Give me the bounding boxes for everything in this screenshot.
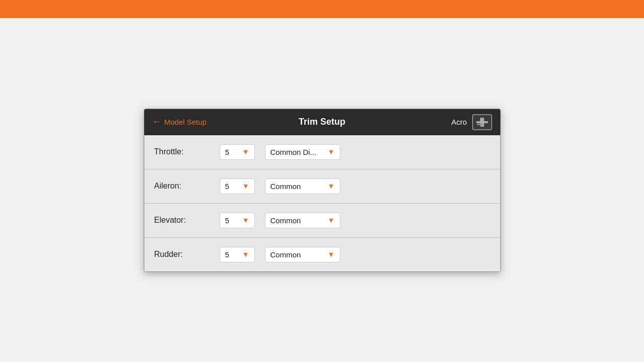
elevator-common-value: Common — [270, 216, 301, 225]
rudder-row: Rudder: 5 ▼ Common ▼ — [144, 238, 500, 272]
rudder-common-value: Common — [270, 250, 301, 259]
elevator-row: Elevator: 5 ▼ Common ▼ — [144, 204, 500, 238]
throttle-common-dropdown[interactable]: Common Di... ▼ — [265, 144, 340, 160]
rudder-num-dropdown[interactable]: 5 ▼ — [220, 247, 255, 262]
dialog-body: Throttle: 5 ▼ Common Di... ▼ Aileron: 5 … — [144, 135, 500, 272]
aileron-row: Aileron: 5 ▼ Common ▼ — [144, 169, 500, 204]
aileron-common-value: Common — [270, 182, 301, 191]
throttle-common-value: Common Di... — [270, 148, 317, 156]
rudder-common-dropdown[interactable]: Common ▼ — [265, 247, 340, 262]
elevator-num-arrow-icon: ▼ — [242, 216, 249, 224]
dialog-title: Trim Setup — [299, 117, 345, 127]
model-icon — [472, 114, 492, 130]
throttle-row: Throttle: 5 ▼ Common Di... ▼ — [144, 135, 500, 169]
svg-rect-1 — [480, 118, 484, 127]
throttle-num-value: 5 — [225, 148, 229, 156]
elevator-common-dropdown[interactable]: Common ▼ — [265, 213, 340, 228]
elevator-num-value: 5 — [225, 216, 229, 225]
dialog-header: ← Model Setup Trim Setup Acro — [144, 109, 500, 135]
elevator-label: Elevator: — [154, 216, 220, 225]
throttle-num-dropdown[interactable]: 5 ▼ — [220, 144, 255, 160]
aileron-common-arrow-icon: ▼ — [328, 182, 335, 190]
dialog: ← Model Setup Trim Setup Acro T — [144, 109, 501, 272]
rudder-common-arrow-icon: ▼ — [328, 250, 335, 258]
rudder-label: Rudder: — [154, 250, 220, 259]
throttle-num-arrow-icon: ▼ — [242, 148, 249, 156]
elevator-num-dropdown[interactable]: 5 ▼ — [220, 213, 255, 228]
throttle-common-arrow-icon: ▼ — [328, 148, 335, 156]
page-content: ← Model Setup Trim Setup Acro T — [0, 18, 644, 362]
rudder-num-value: 5 — [225, 250, 229, 259]
aileron-common-dropdown[interactable]: Common ▼ — [265, 178, 340, 194]
throttle-label: Throttle: — [154, 147, 220, 156]
back-arrow-icon: ← — [152, 117, 161, 127]
back-label: Model Setup — [164, 118, 207, 126]
aileron-num-arrow-icon: ▼ — [242, 182, 249, 190]
svg-rect-2 — [477, 124, 482, 125]
model-name-label: Acro — [451, 118, 467, 126]
back-nav-button[interactable]: ← Model Setup — [152, 117, 207, 127]
model-name-area: Acro — [451, 114, 492, 130]
rudder-num-arrow-icon: ▼ — [242, 250, 249, 258]
aileron-label: Aileron: — [154, 182, 220, 191]
aileron-num-dropdown[interactable]: 5 ▼ — [220, 178, 255, 194]
elevator-common-arrow-icon: ▼ — [328, 216, 335, 224]
aileron-num-value: 5 — [225, 182, 229, 191]
top-bar — [0, 0, 644, 18]
